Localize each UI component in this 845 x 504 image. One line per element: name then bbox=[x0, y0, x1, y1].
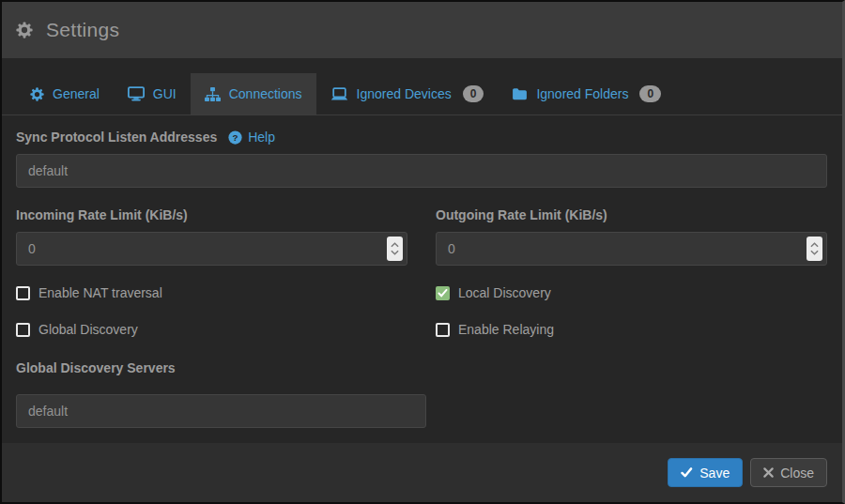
global-discovery-servers-input[interactable] bbox=[16, 394, 426, 428]
settings-dialog: Settings General bbox=[0, 0, 845, 504]
listen-addresses-input[interactable] bbox=[16, 154, 827, 188]
ignored-devices-count-badge: 0 bbox=[463, 85, 484, 102]
incoming-rate-label: Incoming Rate Limit (KiB/s) bbox=[16, 207, 188, 222]
dialog-title: Settings bbox=[46, 19, 119, 41]
save-button-label: Save bbox=[699, 466, 730, 481]
tab-ignored-folders[interactable]: Ignored Folders 0 bbox=[498, 73, 675, 115]
connections-tab-panel: Sync Protocol Listen Addresses ? Help In… bbox=[2, 115, 842, 443]
help-link-label: Help bbox=[248, 130, 275, 145]
gear-icon bbox=[16, 22, 33, 38]
save-button[interactable]: Save bbox=[668, 458, 743, 487]
checkbox-box bbox=[436, 286, 450, 300]
ignored-folders-count-badge: 0 bbox=[639, 85, 661, 102]
dialog-header: Settings bbox=[2, 2, 842, 58]
close-button[interactable]: Close bbox=[750, 458, 827, 487]
outgoing-rate-field: Outgoing Rate Limit (KiB/s) bbox=[436, 206, 827, 266]
laptop-icon bbox=[330, 87, 348, 101]
tab-label: GUI bbox=[153, 86, 177, 101]
check-icon bbox=[681, 467, 693, 478]
question-circle-icon: ? bbox=[228, 130, 242, 145]
checkbox-box bbox=[16, 286, 30, 300]
checkbox-enable-relaying[interactable]: Enable Relaying bbox=[436, 322, 827, 337]
gear-icon bbox=[30, 87, 44, 101]
sitemap-icon bbox=[205, 87, 221, 101]
svg-text:?: ? bbox=[233, 132, 238, 143]
number-spinner[interactable] bbox=[807, 237, 822, 261]
checkbox-box bbox=[436, 323, 450, 337]
close-button-label: Close bbox=[780, 466, 814, 481]
close-icon bbox=[763, 467, 774, 478]
checkbox-label: Enable Relaying bbox=[458, 322, 554, 337]
checkbox-enable-nat-traversal[interactable]: Enable NAT traversal bbox=[16, 285, 407, 300]
checkbox-local-discovery[interactable]: Local Discovery bbox=[436, 285, 827, 300]
checkbox-box bbox=[16, 323, 30, 337]
checkbox-label: Enable NAT traversal bbox=[38, 285, 162, 300]
checkbox-label: Global Discovery bbox=[38, 322, 138, 337]
tab-gui[interactable]: GUI bbox=[114, 73, 191, 115]
settings-tab-bar: General GUI bbox=[2, 73, 842, 115]
tab-label: Connections bbox=[229, 86, 302, 101]
folder-icon bbox=[512, 87, 528, 100]
outgoing-rate-input[interactable] bbox=[436, 232, 827, 266]
global-discovery-servers-field: Global Discovery Servers bbox=[16, 359, 827, 428]
tab-ignored-devices[interactable]: Ignored Devices 0 bbox=[316, 73, 499, 115]
incoming-rate-field: Incoming Rate Limit (KiB/s) bbox=[16, 206, 407, 266]
dialog-footer: Save Close bbox=[2, 443, 842, 502]
global-discovery-servers-label: Global Discovery Servers bbox=[16, 360, 176, 375]
tab-connections[interactable]: Connections bbox=[191, 73, 316, 115]
number-spinner[interactable] bbox=[387, 237, 403, 261]
checkbox-label: Local Discovery bbox=[458, 285, 551, 300]
help-link[interactable]: ? Help bbox=[228, 130, 275, 145]
monitor-icon bbox=[128, 86, 145, 101]
tab-label: Ignored Folders bbox=[536, 86, 628, 101]
tab-general[interactable]: General bbox=[16, 73, 114, 115]
tab-label: General bbox=[53, 86, 100, 101]
checkbox-global-discovery[interactable]: Global Discovery bbox=[16, 322, 407, 337]
outgoing-rate-label: Outgoing Rate Limit (KiB/s) bbox=[436, 207, 607, 222]
incoming-rate-input[interactable] bbox=[16, 232, 407, 266]
tab-label: Ignored Devices bbox=[357, 86, 452, 101]
listen-addresses-label: Sync Protocol Listen Addresses bbox=[16, 130, 217, 145]
